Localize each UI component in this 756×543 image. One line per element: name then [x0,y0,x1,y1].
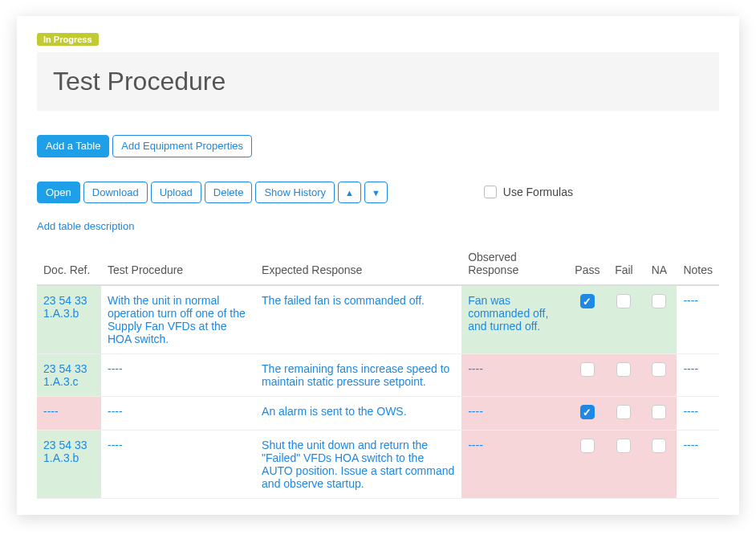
arrow-down-icon: ▼ [372,188,380,198]
pass-cell [568,397,606,431]
observed-cell[interactable]: ---- [461,354,568,397]
use-formulas-label: Use Formulas [503,186,573,198]
na-cell [641,431,677,499]
notes-cell[interactable]: ---- [677,285,719,354]
col-observed: Observed Response [461,244,568,285]
pass-checkbox[interactable] [580,362,595,377]
table-row: --------An alarm is sent to the OWS.----… [37,397,719,431]
notes-cell[interactable]: ---- [677,354,719,397]
table-row: 23 54 33 1.A.3.bWith the unit in normal … [37,285,719,354]
na-cell [641,354,677,397]
col-test-procedure: Test Procedure [101,244,255,285]
fail-checkbox[interactable] [616,405,631,419]
col-expected: Expected Response [255,244,461,285]
na-cell [641,397,677,431]
fail-cell [606,431,641,499]
na-checkbox[interactable] [652,294,666,308]
na-checkbox[interactable] [652,362,666,377]
na-checkbox[interactable] [652,439,666,453]
na-cell [641,285,677,354]
checkbox-icon [484,186,497,198]
fail-cell [606,285,641,354]
pass-cell [568,354,606,397]
open-button[interactable]: Open [37,182,80,204]
procedure-cell[interactable]: ---- [101,354,255,397]
fail-cell [606,397,641,431]
download-button[interactable]: Download [83,182,148,204]
procedure-table: Doc. Ref. Test Procedure Expected Respon… [37,244,719,499]
pass-cell [568,431,606,499]
toolbar-primary: Add a Table Add Equipment Properties [37,135,719,157]
col-fail: Fail [606,244,641,285]
observed-cell[interactable]: Fan was commanded off, and turned off. [461,285,568,354]
procedure-cell[interactable]: ---- [101,431,255,499]
pass-checkbox[interactable] [580,439,595,453]
doc-ref-cell[interactable]: 23 54 33 1.A.3.b [37,431,101,499]
procedure-cell[interactable]: With the unit in normal operation turn o… [101,285,255,354]
expected-cell[interactable]: The remaining fans increase speed to mai… [255,354,461,397]
doc-ref-cell[interactable]: 23 54 33 1.A.3.b [37,285,101,354]
expected-cell[interactable]: Shut the unit down and return the "Faile… [255,431,461,499]
observed-cell[interactable]: ---- [461,397,568,431]
pass-checkbox[interactable] [580,405,595,419]
notes-cell[interactable]: ---- [677,431,719,499]
na-checkbox[interactable] [652,405,666,419]
table-row: 23 54 33 1.A.3.b----Shut the unit down a… [37,431,719,499]
doc-ref-cell[interactable]: 23 54 33 1.A.3.c [37,354,101,397]
status-badge: In Progress [37,33,99,46]
doc-ref-cell[interactable]: ---- [37,397,101,431]
col-na: NA [641,244,677,285]
pass-checkbox[interactable] [580,294,595,308]
page-title: Test Procedure [53,67,703,96]
expected-cell[interactable]: The failed fan is commanded off. [255,285,461,354]
notes-cell[interactable]: ---- [677,397,719,431]
fail-checkbox[interactable] [616,362,631,377]
upload-button[interactable]: Upload [151,182,201,204]
fail-checkbox[interactable] [616,439,631,453]
fail-checkbox[interactable] [616,294,631,308]
fail-cell [606,354,641,397]
col-notes: Notes [677,244,719,285]
procedure-cell[interactable]: ---- [101,397,255,431]
table-row: 23 54 33 1.A.3.c----The remaining fans i… [37,354,719,397]
page-card: In Progress Test Procedure Add a Table A… [17,16,739,515]
col-doc-ref: Doc. Ref. [37,244,101,285]
add-table-description-link[interactable]: Add table description [37,220,134,232]
observed-cell[interactable]: ---- [461,431,568,499]
expected-cell[interactable]: An alarm is sent to the OWS. [255,397,461,431]
use-formulas-toggle[interactable]: Use Formulas [484,186,573,198]
move-down-button[interactable]: ▼ [364,182,388,204]
pass-cell [568,285,606,354]
move-up-button[interactable]: ▲ [338,182,361,204]
col-pass: Pass [568,244,606,285]
show-history-button[interactable]: Show History [255,182,335,204]
title-bar: Test Procedure [37,52,719,111]
arrow-up-icon: ▲ [345,188,354,198]
add-equipment-button[interactable]: Add Equipment Properties [112,135,252,157]
delete-button[interactable]: Delete [205,182,253,204]
add-table-button[interactable]: Add a Table [37,135,109,157]
toolbar-secondary: Open Download Upload Delete Show History… [37,182,719,204]
